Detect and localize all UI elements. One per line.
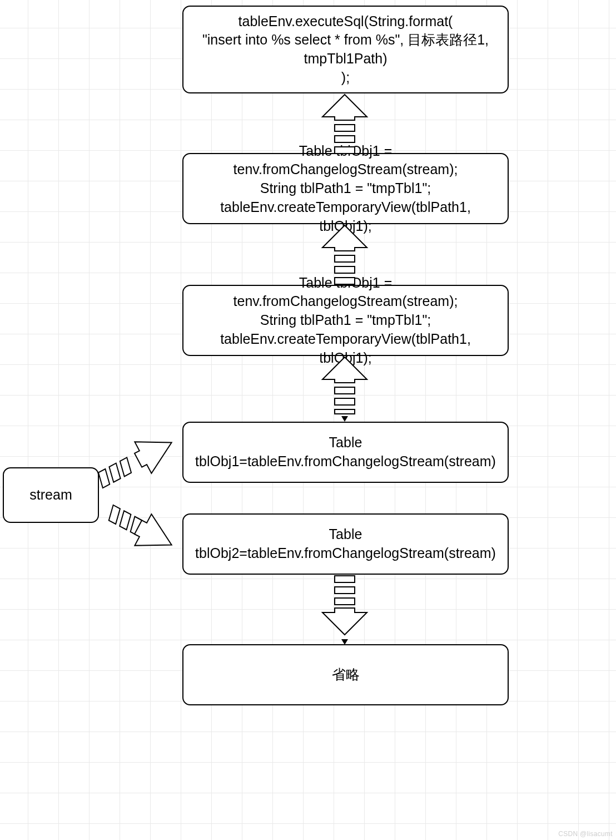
svg-rect-4 (335, 266, 355, 273)
svg-rect-14 (98, 469, 110, 488)
svg-rect-1 (335, 136, 355, 142)
watermark: CSDN @lisacumt (558, 830, 613, 838)
text-line: Table tblObj2=tableEnv.fromChangelogStre… (192, 525, 499, 563)
svg-rect-5 (335, 278, 355, 284)
arrow-stream-to-box5 (99, 501, 182, 556)
node-create-view-2: Table tblObj1 = tenv.fromChangelogStream… (182, 285, 509, 356)
node-from-changelog-1: Table tblObj1=tableEnv.fromChangelogStre… (182, 422, 509, 483)
arrow-up-2 (311, 224, 378, 285)
svg-rect-3 (335, 255, 355, 262)
svg-rect-15 (109, 463, 120, 482)
svg-rect-10 (335, 576, 355, 582)
text-line: tableEnv.executeSql(String.format( (202, 12, 489, 31)
text-line: String tblPath1 = "tmpTbl1"; (192, 179, 499, 198)
node-omitted: 省略 (182, 644, 509, 705)
svg-marker-13 (341, 639, 348, 645)
svg-rect-11 (335, 587, 355, 594)
svg-rect-17 (109, 505, 120, 524)
svg-rect-6 (335, 387, 355, 394)
svg-rect-7 (335, 398, 355, 405)
svg-rect-16 (120, 457, 131, 476)
arrow-down-1 (311, 575, 378, 646)
text-line: tmpTbl1Path) (202, 50, 489, 68)
text-line: stream (29, 486, 72, 505)
node-create-view-1: Table tblObj1 = tenv.fromChangelogStream… (182, 153, 509, 224)
svg-rect-12 (335, 598, 355, 605)
text-line: 省略 (332, 665, 360, 684)
grid-background (0, 0, 616, 840)
node-stream: stream (3, 467, 99, 523)
svg-rect-8 (335, 409, 355, 414)
node-execute-sql: tableEnv.executeSql(String.format( "inse… (182, 6, 509, 93)
svg-marker-9 (341, 416, 348, 422)
text-line: String tblPath1 = "tmpTbl1"; (192, 311, 499, 330)
node-from-changelog-2: Table tblObj2=tableEnv.fromChangelogStre… (182, 513, 509, 575)
text-line: "insert into %s select * from %s", 目标表路径… (202, 31, 489, 50)
arrow-up-1 (311, 93, 378, 155)
svg-rect-18 (120, 511, 131, 530)
arrow-stream-to-box4 (99, 431, 182, 487)
text-line: ); (202, 68, 489, 87)
text-line: Table tblObj1=tableEnv.fromChangelogStre… (192, 433, 499, 471)
svg-rect-0 (335, 125, 355, 131)
arrow-up-3 (311, 356, 378, 423)
svg-rect-2 (335, 147, 355, 154)
